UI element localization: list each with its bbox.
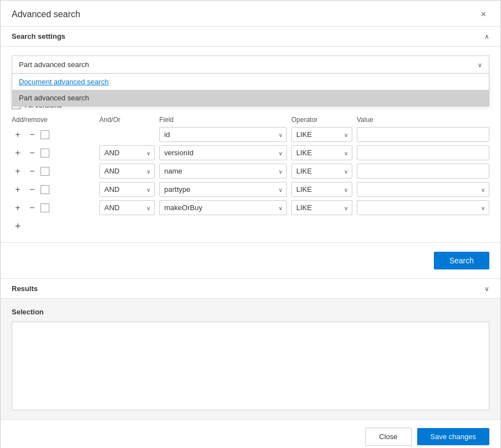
value-cell-1 [357, 127, 489, 142]
add-row-4-button[interactable]: + [12, 184, 24, 196]
criteria-section: Add/remove And/Or Field Operator Value +… [12, 114, 489, 233]
search-type-selected-value: Part advanced search [19, 60, 89, 69]
row-3-checkbox[interactable] [41, 167, 49, 176]
remove-row-4-button[interactable]: − [26, 184, 38, 196]
and-or-cell-3: AND OR [99, 164, 155, 179]
search-settings-chevron-icon: ∧ [484, 33, 489, 40]
add-row-3-button[interactable]: + [12, 165, 24, 177]
field-cell-1: id [159, 127, 287, 142]
criteria-table-header: Add/remove And/Or Field Operator Value [12, 114, 489, 127]
field-select-1[interactable]: id [159, 127, 287, 142]
and-or-select-3[interactable]: AND OR [99, 164, 155, 179]
search-settings-title: Search settings [12, 32, 65, 40]
value-input-1[interactable] [357, 127, 489, 142]
search-type-dropdown[interactable]: Part advanced search ∨ [12, 55, 489, 74]
selection-box [12, 322, 489, 410]
field-select-3[interactable]: name [159, 164, 287, 179]
selection-label: Selection [12, 308, 489, 316]
field-cell-2: versionId [159, 145, 287, 160]
operator-select-1[interactable]: LIKE [291, 127, 352, 142]
results-title: Results [12, 284, 38, 293]
value-cell-4 [357, 182, 489, 197]
and-or-select-5[interactable]: AND OR [99, 200, 155, 215]
value-cell-2 [357, 145, 489, 160]
value-select-5[interactable] [357, 200, 489, 215]
search-settings-section-header[interactable]: Search settings ∧ [1, 26, 500, 47]
add-row-1-button[interactable]: + [12, 129, 24, 141]
field-select-4[interactable]: parttype [159, 182, 287, 197]
remove-row-1-button[interactable]: − [26, 129, 38, 141]
dropdown-option-part-label: Part advanced search [19, 94, 89, 102]
criteria-row-3: + − AND OR name LIKE [12, 164, 489, 179]
search-button[interactable]: Search [434, 252, 489, 269]
search-settings-body: Part advanced search ∨ Document advanced… [1, 47, 500, 242]
value-cell-5 [357, 200, 489, 215]
dialog-title: Advanced search [12, 9, 80, 19]
value-input-3[interactable] [357, 164, 489, 179]
field-cell-3: name [159, 164, 287, 179]
criteria-row-2: + − AND OR versionId L [12, 145, 489, 160]
and-or-cell-4: AND OR [99, 182, 155, 197]
row-1-checkbox[interactable] [41, 130, 49, 139]
add-remove-cell-4: + − [12, 184, 95, 196]
remove-row-3-button[interactable]: − [26, 165, 38, 177]
criteria-row-4: + − AND OR parttype LI [12, 182, 489, 197]
results-chevron-icon: ∨ [484, 285, 489, 293]
search-type-dropdown-menu: Document advanced search Part advanced s… [12, 74, 489, 106]
value-cell-3 [357, 164, 489, 179]
operator-cell-1: LIKE [291, 127, 352, 142]
add-remove-cell-3: + − [12, 165, 95, 177]
field-select-5[interactable]: makeOrBuy [159, 200, 287, 215]
header-value: Value [357, 116, 489, 124]
operator-cell-5: LIKE [291, 200, 352, 215]
criteria-row-5: + − AND OR makeOrBuy L [12, 200, 489, 215]
dialog-header: Advanced search × [1, 1, 500, 26]
field-cell-5: makeOrBuy [159, 200, 287, 215]
operator-cell-2: LIKE [291, 145, 352, 160]
row-5-checkbox[interactable] [41, 203, 49, 212]
field-select-2[interactable]: versionId [159, 145, 287, 160]
dropdown-option-document[interactable]: Document advanced search [12, 74, 489, 90]
header-add-remove: Add/remove [12, 116, 95, 124]
and-or-cell-5: AND OR [99, 200, 155, 215]
remove-row-2-button[interactable]: − [26, 147, 38, 159]
and-or-cell-2: AND OR [99, 145, 155, 160]
add-remove-cell-2: + − [12, 147, 95, 159]
dropdown-option-document-label: Document advanced search [19, 78, 109, 86]
add-row-2-button[interactable]: + [12, 147, 24, 159]
add-row-5-button[interactable]: + [12, 202, 24, 214]
operator-cell-3: LIKE [291, 164, 352, 179]
operator-select-4[interactable]: LIKE [291, 182, 352, 197]
dropdown-option-part[interactable]: Part advanced search [12, 90, 489, 106]
dropdown-chevron-icon: ∨ [478, 61, 482, 68]
results-body: Selection [1, 299, 500, 419]
add-new-row-button[interactable]: + [12, 220, 24, 233]
search-type-dropdown-wrapper: Part advanced search ∨ Document advanced… [12, 55, 489, 74]
and-or-select-2[interactable]: AND OR [99, 145, 155, 160]
save-changes-button[interactable]: Save changes [417, 428, 489, 445]
advanced-search-dialog: Advanced search × Search settings ∧ Part… [0, 0, 501, 448]
operator-select-5[interactable]: LIKE [291, 200, 352, 215]
results-section-header[interactable]: Results ∨ [1, 278, 500, 299]
search-button-row: Search [1, 242, 500, 278]
dialog-close-button[interactable]: × [478, 8, 489, 21]
header-field: Field [159, 116, 287, 124]
value-select-4[interactable] [357, 182, 489, 197]
operator-cell-4: LIKE [291, 182, 352, 197]
and-or-select-4[interactable]: AND OR [99, 182, 155, 197]
header-and-or: And/Or [99, 116, 155, 124]
remove-row-5-button[interactable]: − [26, 202, 38, 214]
add-remove-cell-5: + − [12, 202, 95, 214]
add-row-area: + [12, 218, 489, 233]
dialog-footer: Close Save changes [1, 419, 500, 448]
row-2-checkbox[interactable] [41, 149, 49, 157]
operator-select-2[interactable]: LIKE [291, 145, 352, 160]
value-input-2[interactable] [357, 145, 489, 160]
criteria-row-1: + − id LIKE [12, 127, 489, 142]
row-4-checkbox[interactable] [41, 185, 49, 194]
field-cell-4: parttype [159, 182, 287, 197]
operator-select-3[interactable]: LIKE [291, 164, 352, 179]
footer-close-button[interactable]: Close [365, 427, 411, 446]
add-remove-cell-1: + − [12, 129, 95, 141]
header-operator: Operator [291, 116, 352, 124]
